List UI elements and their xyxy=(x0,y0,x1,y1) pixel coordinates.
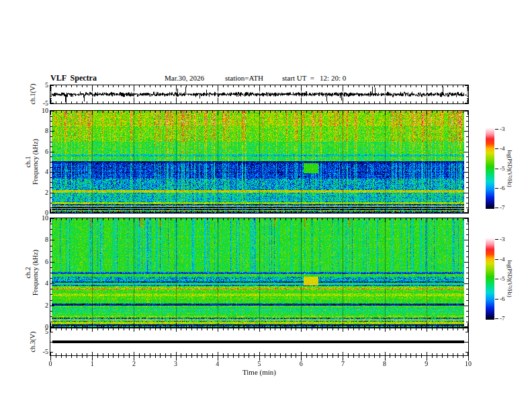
ch1-frequency-axis-line1: ch.1 xyxy=(24,156,32,168)
colorbar-tick-mark xyxy=(495,169,498,169)
colorbar-gradient xyxy=(486,238,494,320)
colorbar-unit-label: log(PSD)(V²/Hz) xyxy=(506,150,513,187)
colorbar-tick-mark xyxy=(495,129,498,130)
ch1-voltage-tick-label: 5 xyxy=(26,81,48,89)
spec1-frequency-tick-label: 8 xyxy=(26,127,48,135)
ch1-waveform-canvas xyxy=(50,85,468,103)
time-tick-label: 9 xyxy=(418,360,435,367)
colorbar-ch1: -3-4-5-6-7log(PSD)(V²/Hz) xyxy=(486,128,526,209)
ch2-spectrogram-panel xyxy=(50,218,469,328)
spec2-frequency-tick-label: 2 xyxy=(26,302,48,310)
time-tick-label: 1 xyxy=(83,360,101,367)
colorbar-tick-label: -4 xyxy=(500,146,505,152)
spec1-frequency-tick-label: 10 xyxy=(26,107,48,115)
colorbar-tick-mark xyxy=(495,208,498,208)
time-axis-label: Time (min) xyxy=(219,368,300,376)
colorbar-tick-mark xyxy=(495,299,498,300)
spec1-frequency-tick-label: 2 xyxy=(26,189,48,197)
ch2-frequency-axis-line2: Frequency (kHz) xyxy=(32,250,39,295)
time-tick-label: 3 xyxy=(167,360,185,367)
ch1-frequency-axis-line2: Frequency (kHz) xyxy=(32,139,39,185)
ch2-frequency-axis-line1: ch.2 xyxy=(24,267,32,279)
colorbar-tick-label: -7 xyxy=(500,205,505,211)
ch2-spectrogram-canvas xyxy=(50,218,468,327)
ch1-spectrogram-canvas xyxy=(50,111,468,213)
colorbar-tick-label: -3 xyxy=(500,126,505,132)
time-tick-label: 2 xyxy=(125,360,142,367)
ch3-waveform-panel xyxy=(50,328,469,356)
vlf-spectra-figure: VLF Spectra Mar.30, 2026 station=ATH sta… xyxy=(0,0,532,411)
ch3-voltage-tick-label: 5 xyxy=(26,328,48,336)
ch1-spectrogram-panel xyxy=(50,110,469,214)
spec2-frequency-tick-label: 6 xyxy=(26,258,48,266)
colorbar-ch2: -3-4-5-6-7log(PSD)(V²/Hz) xyxy=(486,238,526,320)
time-tick-label: 4 xyxy=(209,360,226,367)
time-tick-label: 8 xyxy=(376,360,394,367)
time-tick-label: 0 xyxy=(42,360,59,367)
spec2-frequency-tick-label: 8 xyxy=(26,236,48,244)
spec1-frequency-tick-label: 6 xyxy=(26,148,48,156)
colorbar-tick-mark xyxy=(495,148,498,149)
colorbar-tick-label: -3 xyxy=(500,236,505,242)
colorbar-tick-mark xyxy=(495,259,498,260)
colorbar-tick-label: -6 xyxy=(500,296,505,302)
ch3-waveform-canvas xyxy=(50,328,468,355)
colorbar-tick-mark xyxy=(495,239,498,240)
time-tick-label: 10 xyxy=(459,360,477,367)
colorbar-tick-mark xyxy=(495,318,498,319)
colorbar-tick-mark xyxy=(495,188,498,189)
colorbar-tick-label: -7 xyxy=(500,316,505,322)
plot-station: station=ATH xyxy=(225,74,263,82)
time-tick-label: 6 xyxy=(292,360,310,367)
plot-date: Mar.30, 2026 xyxy=(165,74,204,82)
plot-title: VLF Spectra xyxy=(50,73,97,83)
spec1-frequency-tick-label: 4 xyxy=(26,168,48,176)
ch2-frequency-axis-label: ch.2 Frequency (kHz) xyxy=(24,250,39,295)
colorbar-tick-mark xyxy=(495,279,498,279)
time-tick-label: 7 xyxy=(334,360,351,367)
ch1-frequency-axis-label: ch.1 Frequency (kHz) xyxy=(24,139,39,185)
colorbar-tick-label: -4 xyxy=(500,257,505,263)
spec2-frequency-tick-label: 4 xyxy=(26,279,48,287)
colorbar-tick-label: -6 xyxy=(500,185,505,191)
time-tick-label: 5 xyxy=(251,360,268,367)
ch1-waveform-panel xyxy=(50,85,469,104)
spec2-frequency-tick-label: 10 xyxy=(26,214,48,222)
ch3-voltage-tick-label: -5 xyxy=(26,348,48,356)
colorbar-tick-label: -5 xyxy=(500,166,505,172)
colorbar-unit-label: log(PSD)(V²/Hz) xyxy=(506,260,513,297)
plot-start-ut: start UT = 12: 20: 0 xyxy=(282,74,346,82)
colorbar-gradient xyxy=(486,128,494,209)
colorbar-tick-label: -5 xyxy=(500,276,505,282)
